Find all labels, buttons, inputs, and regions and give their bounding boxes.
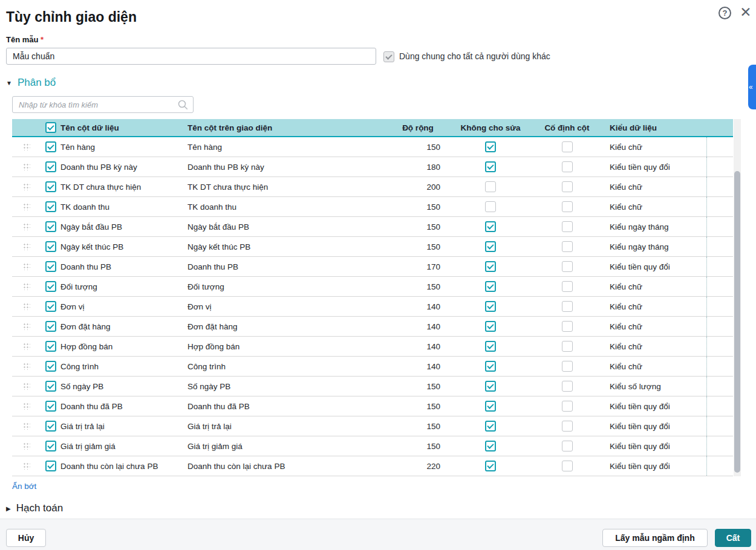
column-width-value[interactable]: 150	[393, 382, 443, 391]
no-edit-checkbox[interactable]	[485, 421, 496, 432]
row-select-checkbox[interactable]	[45, 141, 56, 152]
row-select-checkbox[interactable]	[45, 261, 56, 272]
column-width-value[interactable]: 170	[393, 262, 443, 271]
no-edit-checkbox[interactable]	[485, 261, 496, 272]
no-edit-checkbox[interactable]	[485, 361, 496, 372]
drag-handle-icon[interactable]	[23, 303, 30, 310]
row-select-checkbox[interactable]	[45, 361, 56, 372]
column-width-value[interactable]: 150	[393, 242, 443, 251]
drag-handle-icon[interactable]	[23, 343, 30, 350]
no-edit-checkbox[interactable]	[485, 221, 496, 232]
show-less-link[interactable]: Ẩn bớt	[12, 482, 36, 491]
select-all-checkbox[interactable]	[45, 122, 56, 133]
search-input[interactable]	[13, 97, 175, 112]
fixed-column-checkbox[interactable]	[562, 321, 573, 332]
row-select-checkbox[interactable]	[45, 301, 56, 312]
drag-handle-icon[interactable]	[23, 223, 30, 230]
drag-handle-icon[interactable]	[23, 263, 30, 270]
no-edit-checkbox[interactable]	[485, 401, 496, 412]
section-hachtoan-header[interactable]: ▶ Hạch toán	[6, 502, 63, 514]
no-edit-checkbox[interactable]	[485, 181, 496, 192]
column-width-value[interactable]: 150	[393, 282, 443, 291]
drag-handle-icon[interactable]	[23, 363, 30, 370]
row-select-checkbox[interactable]	[45, 221, 56, 232]
fixed-column-checkbox[interactable]	[562, 281, 573, 292]
row-select-checkbox[interactable]	[45, 201, 56, 212]
fixed-column-checkbox[interactable]	[562, 141, 573, 152]
drag-handle-icon[interactable]	[23, 143, 30, 150]
column-width-value[interactable]: 140	[393, 302, 443, 311]
drag-handle-icon[interactable]	[23, 243, 30, 250]
row-select-checkbox[interactable]	[45, 461, 56, 471]
drag-handle-icon[interactable]	[23, 462, 30, 470]
help-icon[interactable]: ?	[719, 7, 731, 19]
drag-handle-icon[interactable]	[23, 283, 30, 290]
drag-handle-icon[interactable]	[23, 403, 30, 410]
column-width-value[interactable]: 140	[393, 342, 443, 351]
fixed-column-checkbox[interactable]	[562, 301, 573, 312]
column-width-value[interactable]: 150	[393, 422, 443, 431]
row-select-checkbox[interactable]	[45, 441, 56, 451]
row-select-checkbox[interactable]	[45, 281, 56, 292]
fixed-column-checkbox[interactable]	[562, 261, 573, 272]
no-edit-checkbox[interactable]	[485, 341, 496, 352]
fixed-column-checkbox[interactable]	[562, 361, 573, 372]
close-icon[interactable]: ✕	[737, 4, 754, 21]
template-name-input[interactable]	[6, 48, 376, 65]
fixed-column-checkbox[interactable]	[562, 381, 573, 392]
fixed-column-checkbox[interactable]	[562, 341, 573, 352]
no-edit-checkbox[interactable]	[485, 441, 496, 451]
no-edit-checkbox[interactable]	[485, 461, 496, 471]
column-width-value[interactable]: 150	[393, 402, 443, 411]
column-width-value[interactable]: 220	[393, 462, 443, 471]
drag-handle-icon[interactable]	[23, 203, 30, 210]
no-edit-checkbox[interactable]	[485, 141, 496, 152]
fixed-column-checkbox[interactable]	[562, 441, 573, 451]
no-edit-checkbox[interactable]	[485, 241, 496, 252]
no-edit-checkbox[interactable]	[485, 281, 496, 292]
default-template-button[interactable]: Lấy mẫu ngầm định	[602, 529, 708, 547]
section-phanbo-header[interactable]: ▼ Phân bổ	[6, 77, 56, 89]
cancel-button[interactable]: Hủy	[6, 529, 46, 547]
fixed-column-checkbox[interactable]	[562, 201, 573, 212]
column-width-value[interactable]: 140	[393, 362, 443, 371]
search-box[interactable]	[12, 96, 194, 113]
no-edit-checkbox[interactable]	[485, 161, 496, 172]
column-width-value[interactable]: 140	[393, 322, 443, 331]
row-select-checkbox[interactable]	[45, 321, 56, 332]
fixed-column-checkbox[interactable]	[562, 161, 573, 172]
fixed-column-checkbox[interactable]	[562, 221, 573, 232]
no-edit-checkbox[interactable]	[485, 381, 496, 392]
share-checkbox[interactable]	[383, 51, 394, 62]
drag-handle-icon[interactable]	[23, 163, 30, 170]
fixed-column-checkbox[interactable]	[562, 181, 573, 192]
fixed-column-checkbox[interactable]	[562, 401, 573, 412]
collapse-panel-tab[interactable]: «	[748, 65, 756, 109]
row-select-checkbox[interactable]	[45, 181, 56, 192]
no-edit-checkbox[interactable]	[485, 201, 496, 212]
row-select-checkbox[interactable]	[45, 241, 56, 252]
row-select-checkbox[interactable]	[45, 341, 56, 352]
no-edit-checkbox[interactable]	[485, 301, 496, 312]
drag-handle-icon[interactable]	[23, 422, 30, 430]
fixed-column-checkbox[interactable]	[562, 461, 573, 471]
scrollbar-thumb[interactable]	[734, 171, 740, 473]
row-select-checkbox[interactable]	[45, 381, 56, 392]
drag-handle-icon[interactable]	[23, 383, 30, 390]
column-width-value[interactable]: 150	[393, 202, 443, 212]
column-width-value[interactable]: 150	[393, 143, 443, 152]
column-width-value[interactable]: 150	[393, 222, 443, 231]
column-width-value[interactable]: 150	[393, 442, 443, 451]
fixed-column-checkbox[interactable]	[562, 421, 573, 432]
drag-handle-icon[interactable]	[23, 442, 30, 450]
fixed-column-checkbox[interactable]	[562, 241, 573, 252]
column-width-value[interactable]: 180	[393, 163, 443, 172]
column-width-value[interactable]: 200	[393, 183, 443, 192]
row-select-checkbox[interactable]	[45, 401, 56, 412]
drag-handle-icon[interactable]	[23, 183, 30, 190]
save-button[interactable]: Cất	[715, 529, 751, 547]
no-edit-checkbox[interactable]	[485, 321, 496, 332]
drag-handle-icon[interactable]	[23, 323, 30, 330]
row-select-checkbox[interactable]	[45, 421, 56, 432]
row-select-checkbox[interactable]	[45, 161, 56, 172]
